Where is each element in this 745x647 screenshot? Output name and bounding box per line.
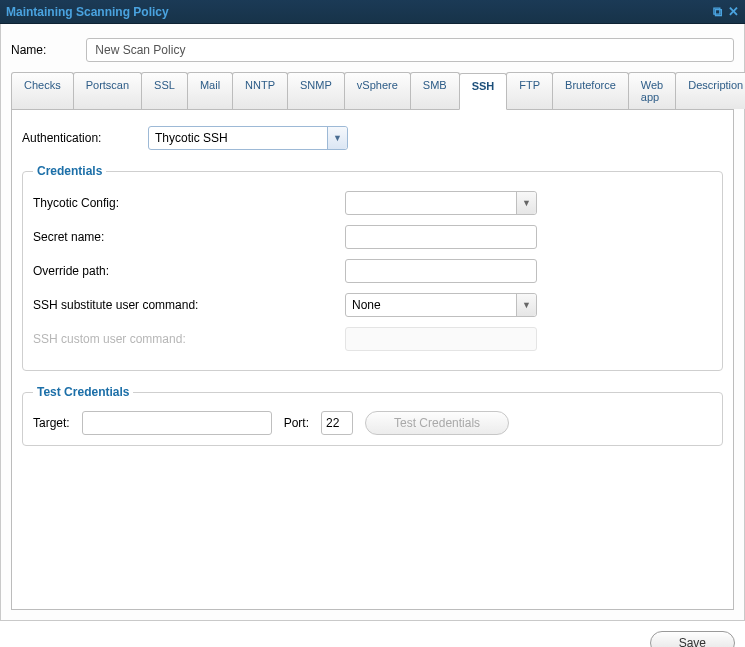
name-label: Name: <box>11 43 46 57</box>
override-path-row: Override path: <box>33 258 712 284</box>
detach-icon[interactable]: ⧉ <box>713 4 722 20</box>
ssh-substitute-value[interactable] <box>345 293 537 317</box>
port-input[interactable] <box>321 411 353 435</box>
secret-name-input[interactable] <box>345 225 537 249</box>
tab-ssh[interactable]: SSH <box>459 73 508 110</box>
title-bar: Maintaining Scanning Policy ⧉ ✕ <box>0 0 745 24</box>
tab-nntp[interactable]: NNTP <box>232 72 288 109</box>
tab-ssl[interactable]: SSL <box>141 72 188 109</box>
authentication-value[interactable] <box>148 126 348 150</box>
secret-name-label: Secret name: <box>33 230 345 244</box>
window-body: Name: Checks Portscan SSL Mail NNTP SNMP… <box>0 24 745 621</box>
override-path-input[interactable] <box>345 259 537 283</box>
ssh-custom-row: SSH custom user command: <box>33 326 712 352</box>
tab-portscan[interactable]: Portscan <box>73 72 142 109</box>
ssh-substitute-select[interactable]: ▼ <box>345 293 537 317</box>
thycotic-config-row: Thycotic Config: ▼ <box>33 190 712 216</box>
secret-name-row: Secret name: <box>33 224 712 250</box>
test-credentials-legend: Test Credentials <box>33 385 133 399</box>
tab-ftp[interactable]: FTP <box>506 72 553 109</box>
thycotic-config-label: Thycotic Config: <box>33 196 345 210</box>
ssh-custom-input <box>345 327 537 351</box>
authentication-select[interactable]: ▼ <box>148 126 348 150</box>
test-credentials-fieldset: Test Credentials Target: Port: Test Cred… <box>22 385 723 446</box>
tab-content-ssh: Authentication: ▼ Credentials Thycotic C… <box>11 110 734 610</box>
thycotic-config-select[interactable]: ▼ <box>345 191 537 215</box>
tab-webapp[interactable]: Web app <box>628 72 676 109</box>
tab-description[interactable]: Description <box>675 72 745 109</box>
target-input[interactable] <box>82 411 272 435</box>
test-credentials-button: Test Credentials <box>365 411 509 435</box>
tab-checks[interactable]: Checks <box>11 72 74 109</box>
credentials-legend: Credentials <box>33 164 106 178</box>
tab-vsphere[interactable]: vSphere <box>344 72 411 109</box>
name-row: Name: <box>11 38 734 62</box>
save-button[interactable]: Save <box>650 631 735 647</box>
ssh-substitute-label: SSH substitute user command: <box>33 298 345 312</box>
authentication-row: Authentication: ▼ <box>22 126 723 150</box>
target-label: Target: <box>33 416 70 430</box>
tab-snmp[interactable]: SNMP <box>287 72 345 109</box>
tab-bruteforce[interactable]: Bruteforce <box>552 72 629 109</box>
test-row: Target: Port: Test Credentials <box>33 411 712 435</box>
ssh-custom-label: SSH custom user command: <box>33 332 345 346</box>
name-input[interactable] <box>86 38 734 62</box>
footer: Save <box>0 621 745 647</box>
tab-mail[interactable]: Mail <box>187 72 233 109</box>
ssh-substitute-row: SSH substitute user command: ▼ <box>33 292 712 318</box>
title-icons: ⧉ ✕ <box>713 4 739 20</box>
tab-smb[interactable]: SMB <box>410 72 460 109</box>
port-label: Port: <box>284 416 309 430</box>
tab-bar: Checks Portscan SSL Mail NNTP SNMP vSphe… <box>11 72 734 110</box>
authentication-label: Authentication: <box>22 131 148 145</box>
close-icon[interactable]: ✕ <box>728 4 739 20</box>
window-title: Maintaining Scanning Policy <box>6 5 713 19</box>
override-path-label: Override path: <box>33 264 345 278</box>
thycotic-config-value[interactable] <box>345 191 537 215</box>
credentials-fieldset: Credentials Thycotic Config: ▼ Secret na… <box>22 164 723 371</box>
